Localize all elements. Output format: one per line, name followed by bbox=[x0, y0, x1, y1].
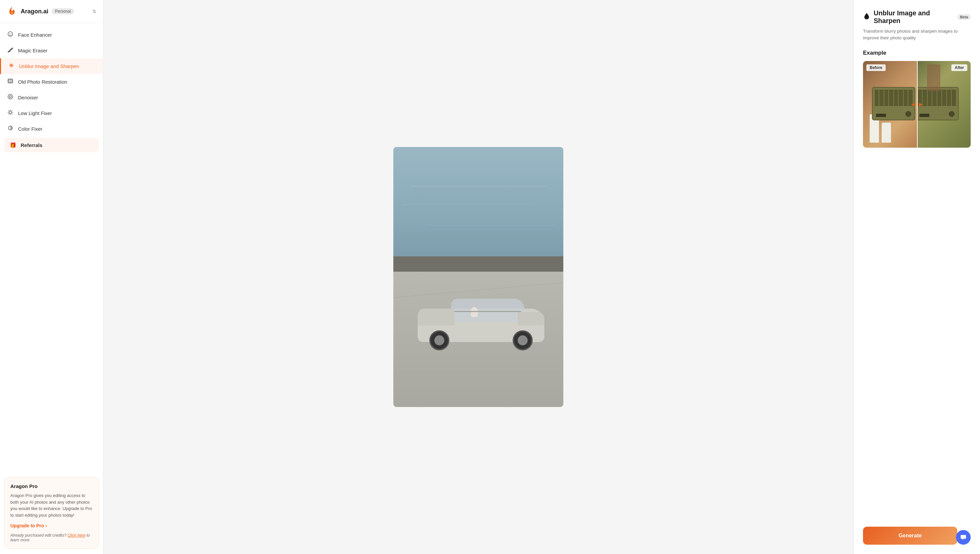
after-label: After bbox=[951, 64, 967, 71]
sidebar-nav: Face Enhancer Magic Eraser Unblur Image … bbox=[0, 23, 103, 472]
svg-point-0 bbox=[8, 32, 13, 36]
main-photo bbox=[393, 147, 563, 407]
referrals-icon: 🎁 bbox=[10, 142, 17, 148]
unblur-icon bbox=[8, 62, 15, 70]
pro-card-description: Aragon Pro gives you editing access to b… bbox=[10, 492, 93, 518]
sidebar-item-old-photo[interactable]: Old Photo Restoration bbox=[0, 74, 103, 90]
low-light-icon bbox=[7, 109, 14, 117]
example-label: Example bbox=[863, 50, 970, 56]
before-half: Before bbox=[863, 61, 917, 148]
comparison-arrows: ◄ ► bbox=[910, 101, 924, 108]
before-label: Before bbox=[866, 64, 886, 71]
upgrade-to-pro-link[interactable]: Upgrade to Pro › bbox=[10, 523, 93, 529]
magic-eraser-icon bbox=[7, 47, 14, 54]
sidebar-item-label: Color Fixer bbox=[18, 126, 42, 132]
face-enhancer-icon bbox=[7, 31, 14, 39]
main-content bbox=[103, 0, 853, 554]
svg-point-2 bbox=[11, 33, 12, 34]
workspace-badge[interactable]: Personal bbox=[52, 8, 74, 14]
right-panel: Unblur Image and Sharpen Beta Transform … bbox=[853, 0, 980, 554]
sidebar-item-label: Low Light Fixer bbox=[18, 110, 52, 116]
svg-point-12 bbox=[10, 96, 11, 98]
panel-title: Unblur Image and Sharpen bbox=[873, 10, 954, 25]
sidebar-item-denoiser[interactable]: Denoiser bbox=[0, 90, 103, 105]
after-half: After bbox=[917, 61, 971, 148]
svg-point-23 bbox=[10, 128, 11, 129]
svg-line-18 bbox=[9, 111, 9, 111]
svg-line-19 bbox=[12, 114, 12, 114]
svg-point-11 bbox=[8, 94, 13, 99]
sidebar-item-label: Magic Eraser bbox=[18, 48, 47, 53]
pro-card-title: Aragon Pro bbox=[10, 483, 93, 489]
arrow-right-icon: ► bbox=[918, 101, 924, 108]
panel-subtitle: Transform blurry photos and sharpen imag… bbox=[863, 28, 970, 42]
pro-card-footer: Already purchased edit credits? Click he… bbox=[10, 533, 93, 542]
app-name: Aragon.ai bbox=[21, 8, 48, 15]
svg-line-20 bbox=[12, 111, 12, 111]
sidebar-item-label: Face Enhancer bbox=[18, 32, 52, 38]
old-photo-icon bbox=[7, 78, 14, 86]
pro-upgrade-card: Aragon Pro Aragon Pro gives you editing … bbox=[4, 477, 99, 549]
sidebar: Aragon.ai Personal ⇅ Face Enhancer Magic… bbox=[0, 0, 103, 554]
panel-header: Unblur Image and Sharpen Beta bbox=[863, 10, 970, 25]
chevron-icon[interactable]: ⇅ bbox=[92, 9, 96, 14]
color-fixer-icon bbox=[7, 125, 14, 133]
sidebar-item-face-enhancer[interactable]: Face Enhancer bbox=[0, 27, 103, 43]
sidebar-item-label: Referrals bbox=[21, 142, 42, 148]
click-here-link[interactable]: Click here bbox=[67, 533, 85, 538]
sidebar-header: Aragon.ai Personal ⇅ bbox=[0, 0, 103, 23]
logo-icon bbox=[7, 6, 18, 17]
svg-point-1 bbox=[10, 33, 10, 34]
sidebar-item-color-fixer[interactable]: Color Fixer bbox=[0, 121, 103, 137]
sidebar-item-label: Denoiser bbox=[18, 95, 38, 100]
example-image: Before After bbox=[863, 61, 970, 148]
droplet-icon bbox=[863, 12, 870, 22]
sidebar-item-label: Old Photo Restoration bbox=[18, 79, 67, 85]
sidebar-item-label: Unblur Image and Sharpen bbox=[19, 63, 79, 69]
generate-button[interactable]: Generate bbox=[863, 527, 957, 544]
chat-support-button[interactable] bbox=[956, 530, 970, 544]
denoiser-icon bbox=[7, 94, 14, 101]
beta-badge: Beta bbox=[957, 14, 970, 20]
arrow-left-icon: ◄ bbox=[910, 101, 916, 108]
sidebar-item-magic-eraser[interactable]: Magic Eraser bbox=[0, 43, 103, 58]
before-after-comparison: Before After bbox=[863, 61, 970, 148]
sidebar-item-referrals[interactable]: 🎁 Referrals bbox=[4, 138, 99, 152]
svg-point-13 bbox=[10, 111, 12, 114]
svg-line-21 bbox=[9, 114, 9, 114]
sidebar-item-unblur[interactable]: Unblur Image and Sharpen bbox=[0, 58, 103, 74]
sidebar-item-low-light[interactable]: Low Light Fixer bbox=[0, 105, 103, 121]
